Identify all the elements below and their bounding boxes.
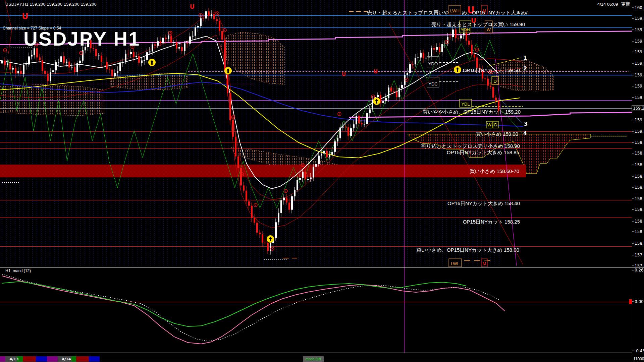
price-axis[interactable]: 160.075159.980159.880159.785159.685159.5… — [632, 5, 644, 268]
wave-number-label: 2 — [523, 65, 527, 72]
macd-indicator-label: H1_macd (12) — [5, 268, 31, 273]
candle-body — [181, 47, 183, 51]
candle-body — [471, 45, 473, 54]
candle-body — [138, 56, 140, 63]
candle-body — [125, 54, 126, 62]
candle-body — [186, 43, 188, 44]
macd-toggle-button[interactable]: macd ON — [303, 356, 324, 362]
timeline-block — [0, 356, 5, 362]
annotation-text: OP15日NYカット大きめ 158.85 — [447, 149, 519, 155]
candle-body — [302, 172, 304, 178]
candle-body — [278, 213, 279, 222]
u-marker-icon: U — [374, 69, 378, 75]
candle-body — [117, 71, 118, 73]
candle-body — [361, 123, 363, 124]
volume-label: 110000 — [633, 357, 644, 361]
price-axis-label: 159.395 — [635, 84, 644, 88]
price-axis-label: 158.125 — [635, 229, 644, 234]
timeline-block — [76, 356, 89, 362]
candle-body — [444, 44, 446, 44]
candle-body — [130, 52, 132, 54]
candle-body — [321, 154, 322, 156]
candle-body — [347, 127, 349, 136]
candle-body — [224, 40, 226, 71]
candle-body — [216, 19, 218, 21]
candle-body — [476, 58, 478, 68]
last-update-time: 4/14 06:09 — [597, 2, 618, 7]
candle-body — [170, 36, 172, 43]
price-axis-label: 158.220 — [635, 219, 644, 224]
candle-body — [133, 52, 135, 57]
annotation-text: め、OP15 — [462, 10, 485, 15]
candle-body — [267, 243, 269, 251]
candle-body — [195, 27, 196, 36]
price-axis-label: 158.415 — [635, 196, 644, 201]
candle-body — [385, 98, 387, 101]
price-axis-label: 159.980 — [635, 16, 644, 21]
candle-body — [388, 87, 389, 98]
candle-body — [452, 29, 454, 37]
candle-body — [345, 127, 346, 127]
candle-body — [178, 47, 180, 48]
candle-body — [208, 11, 210, 16]
candle-body — [458, 38, 459, 39]
candle-body — [47, 74, 49, 81]
candle-body — [103, 62, 105, 62]
candle-body — [254, 218, 255, 223]
candle-body — [280, 200, 282, 213]
candle-body — [154, 44, 156, 46]
wave-number-label: 1 — [523, 55, 527, 61]
candle-body — [219, 21, 220, 31]
timeline-block — [36, 356, 47, 362]
macd-panel: 0.2640.00-0.431 — [0, 268, 644, 353]
candle-body — [315, 164, 317, 167]
candle-body — [291, 196, 293, 210]
timeline-date-label: 4/14 — [62, 357, 71, 361]
candle-body — [213, 14, 215, 19]
candle-body — [251, 206, 253, 218]
candle-body — [60, 56, 62, 62]
candle-body — [221, 31, 223, 40]
price-axis-label: 158.320 — [635, 207, 644, 212]
candle-body — [492, 87, 494, 98]
candle-body — [23, 65, 24, 74]
candle-body — [243, 185, 245, 190]
price-axis-label: 159.590 — [635, 61, 644, 66]
candle-body — [490, 86, 491, 87]
macd-axis-label: -0.431 — [635, 349, 644, 353]
candle-body — [237, 156, 239, 168]
candle-body — [425, 58, 427, 58]
candle-body — [39, 57, 41, 60]
annotation-text: 割り込むとストップロス売り小さめ 158.90 — [421, 143, 520, 149]
candle-body — [203, 18, 204, 19]
candle-body — [390, 87, 392, 92]
candle-body — [417, 58, 419, 58]
candle-body — [235, 137, 236, 157]
price-chart-canvas[interactable]: UUUUUULWHMYDHWYDOYDCDYDLWDLWLM売り・超えるとストッ… — [0, 0, 644, 362]
candle-body — [353, 124, 355, 128]
candle-body — [275, 222, 277, 238]
candle-body — [71, 67, 73, 68]
trading-terminal-window: { "header": { "symbol_info": "USDJPY,H1 … — [0, 0, 644, 362]
candle-body — [109, 69, 110, 70]
timeline-strip[interactable]: 4/134/14 — [0, 356, 100, 362]
candle-body — [1, 61, 3, 64]
candle-body — [259, 233, 261, 234]
candle-body — [256, 223, 258, 232]
candle-body — [431, 48, 432, 56]
candle-body — [495, 98, 497, 101]
candle-body — [229, 93, 231, 120]
candle-body — [364, 124, 365, 125]
candle-body — [449, 37, 451, 38]
candle-body — [323, 151, 325, 154]
candle-body — [401, 85, 403, 88]
candle-body — [74, 67, 75, 72]
refresh-button[interactable]: 更新 — [621, 2, 630, 7]
current-price-label: 159.200 — [633, 106, 644, 111]
candle-body — [50, 72, 51, 81]
price-axis-label: 159.880 — [635, 27, 644, 32]
candle-body — [286, 198, 287, 203]
annotation-text: 買い小さめ 159.00 — [476, 131, 518, 137]
cloud-region — [111, 73, 188, 90]
macd-axis-label: 0.00 — [635, 299, 644, 304]
